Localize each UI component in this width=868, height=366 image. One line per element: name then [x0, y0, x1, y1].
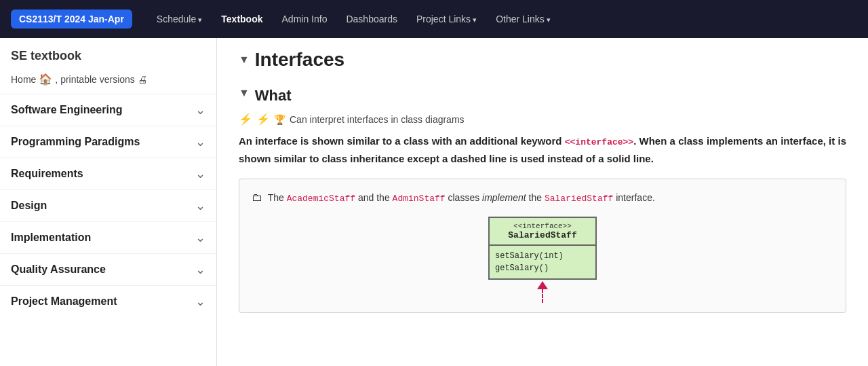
- main-layout: SE textbook Home 🏠 , printable versions …: [0, 38, 868, 366]
- sidebar-item-quality-assurance[interactable]: Quality Assurance ⌄: [0, 253, 216, 285]
- interfaces-title: Interfaces: [255, 49, 344, 71]
- body-text-prefix: An interface is shown similar to a class…: [239, 135, 565, 147]
- info-box-text: 🗀 The AcademicStaff and the AdminStaff c…: [252, 189, 833, 206]
- sidebar-item-programming-paradigms-label: Programming Paradigms: [11, 136, 140, 148]
- nav-links: Schedule Textbook Admin Info Dashboards …: [149, 10, 857, 29]
- chevron-down-icon: ⌄: [195, 198, 205, 213]
- printable-versions-label: , printable versions: [55, 74, 135, 85]
- home-label: Home: [11, 74, 36, 85]
- chevron-down-icon: ⌄: [195, 262, 205, 277]
- uml-classname: SalariedStaff: [495, 230, 590, 240]
- info-middle: classes: [446, 192, 482, 203]
- info-the: the: [526, 192, 545, 203]
- interface-keyword: <<interface>>: [565, 137, 633, 147]
- body-text: An interface is shown similar to a class…: [239, 132, 846, 168]
- info-end: interface.: [613, 192, 654, 203]
- sidebar-home[interactable]: Home 🏠 , printable versions 🖨: [0, 69, 216, 94]
- chevron-down-icon: ⌄: [195, 294, 205, 309]
- main-content: ▼ Interfaces ▼ What ⚡ ⚡ 🏆 Can interpret …: [217, 38, 868, 366]
- uml-arrow-shape: [537, 281, 548, 303]
- print-icon: 🖨: [138, 74, 147, 85]
- sidebar-title: SE textbook: [0, 38, 216, 69]
- sidebar-item-requirements-label: Requirements: [11, 168, 83, 180]
- collapse-interfaces-button[interactable]: ▼: [239, 54, 250, 66]
- skill-text: Can interpret interfaces in class diagra…: [290, 114, 465, 125]
- nav-textbook[interactable]: Textbook: [213, 10, 271, 29]
- uml-header: <<interface>> SalariedStaff: [490, 218, 595, 246]
- nav-brand[interactable]: CS2113/T 2024 Jan-Apr: [11, 10, 132, 29]
- uml-method-2: getSalary(): [495, 262, 590, 274]
- nav-dashboards[interactable]: Dashboards: [338, 10, 406, 29]
- what-heading: ▼ What: [239, 81, 846, 105]
- chevron-down-icon: ⌄: [195, 134, 205, 149]
- implement-italic: implement: [482, 192, 526, 203]
- uml-diagram: <<interface>> SalariedStaff setSalary(in…: [252, 217, 833, 303]
- arrow-dashed-line: [542, 289, 543, 303]
- sidebar: SE textbook Home 🏠 , printable versions …: [0, 38, 217, 366]
- academic-staff-code: AcademicStaff: [287, 194, 355, 204]
- uml-stereotype: <<interface>>: [495, 222, 590, 230]
- admin-staff-code: AdminStaff: [393, 194, 446, 204]
- sidebar-item-software-engineering[interactable]: Software Engineering ⌄: [0, 94, 216, 126]
- info-prefix: The: [268, 192, 287, 203]
- sidebar-item-quality-assurance-label: Quality Assurance: [11, 263, 106, 276]
- what-title: What: [255, 87, 292, 105]
- home-icon: 🏠: [39, 73, 52, 86]
- chevron-down-icon: ⌄: [195, 230, 205, 245]
- salaried-staff-code: SalariedStaff: [545, 194, 613, 204]
- sidebar-item-design-label: Design: [11, 200, 47, 212]
- uml-method-1: setSalary(int): [495, 250, 590, 262]
- sidebar-item-project-management[interactable]: Project Management ⌄: [0, 285, 216, 317]
- chevron-down-icon: ⌄: [195, 166, 205, 181]
- lightning-icon-2: ⚡: [256, 113, 270, 126]
- nav-admin-info[interactable]: Admin Info: [274, 10, 336, 29]
- uml-arrow: [537, 281, 548, 303]
- info-and: and the: [355, 192, 393, 203]
- nav-other-links[interactable]: Other Links: [488, 10, 559, 29]
- arrow-triangle-icon: [537, 281, 548, 289]
- interfaces-heading: ▼ Interfaces: [239, 49, 846, 71]
- sidebar-item-requirements[interactable]: Requirements ⌄: [0, 158, 216, 189]
- trophy-icon: 🏆: [274, 114, 285, 125]
- lightning-icon-1: ⚡: [239, 113, 252, 126]
- uml-class-box: <<interface>> SalariedStaff setSalary(in…: [488, 217, 597, 280]
- nav-schedule[interactable]: Schedule: [149, 10, 210, 29]
- info-box: 🗀 The AcademicStaff and the AdminStaff c…: [239, 179, 846, 314]
- uml-methods: setSalary(int) getSalary(): [490, 246, 595, 278]
- sidebar-item-implementation[interactable]: Implementation ⌄: [0, 221, 216, 253]
- navbar: CS2113/T 2024 Jan-Apr Schedule Textbook …: [0, 0, 868, 38]
- collapse-what-button[interactable]: ▼: [239, 87, 250, 99]
- sidebar-item-design[interactable]: Design ⌄: [0, 189, 216, 221]
- nav-project-links[interactable]: Project Links: [408, 10, 485, 29]
- sidebar-item-programming-paradigms[interactable]: Programming Paradigms ⌄: [0, 126, 216, 158]
- chevron-down-icon: ⌄: [195, 103, 205, 117]
- sidebar-item-software-engineering-label: Software Engineering: [11, 104, 122, 116]
- db-icon: 🗀: [252, 191, 262, 203]
- skill-badge: ⚡ ⚡ 🏆 Can interpret interfaces in class …: [239, 113, 846, 126]
- sidebar-item-implementation-label: Implementation: [11, 232, 91, 244]
- sidebar-item-project-management-label: Project Management: [11, 295, 117, 308]
